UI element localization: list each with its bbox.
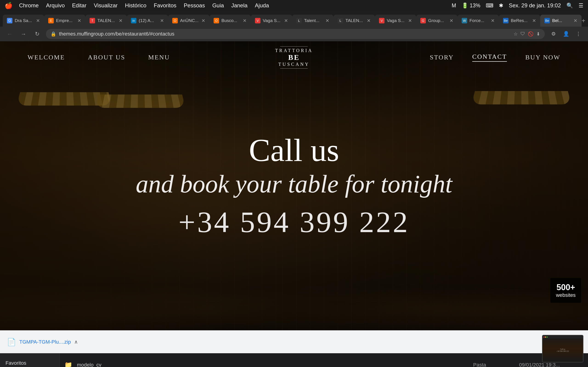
tab-close-icon[interactable]: ✕ <box>532 18 536 23</box>
menubar-pessoas[interactable]: Pessoas <box>184 2 205 9</box>
page-thumbnail[interactable]: Call us+34 594 399 222 <box>542 335 583 362</box>
menu-button[interactable]: ⋮ <box>573 29 583 39</box>
clock: Sex. 29 de jan. 19:02 <box>509 2 561 9</box>
battery-icon: 🔋 13% <box>462 2 480 9</box>
tab-favicon: Be <box>503 18 509 23</box>
menubar-arquivo[interactable]: Arquivo <box>46 2 65 9</box>
tab-talen2[interactable]: L TALEN... ✕ <box>334 15 375 27</box>
menubar-chrome[interactable]: Chrome <box>19 2 39 9</box>
extensions-button[interactable]: ⚙ <box>548 29 559 39</box>
nav-welcome[interactable]: WELCOME <box>27 54 65 61</box>
logo-be: BE <box>275 53 313 62</box>
tab-beres[interactable]: Be BeRes... ✕ <box>499 15 540 27</box>
tab-label: TALEN... <box>346 18 364 23</box>
logo-line-top <box>280 46 308 47</box>
menubar-items: Chrome Arquivo Editar Visualizar Históri… <box>19 2 269 9</box>
tab-vaga1[interactable]: V Vaga S... ✕ <box>251 15 292 27</box>
hero-phone[interactable]: +34 594 399 222 <box>29 205 559 239</box>
hero-content: Call us and book your table for tonight … <box>29 133 559 239</box>
tab-close-icon[interactable]: ✕ <box>36 18 40 23</box>
menubar-janela[interactable]: Janela <box>231 2 248 9</box>
tab-favicon: O <box>214 18 219 23</box>
tab-vaga2[interactable]: V Vaga S... ✕ <box>375 15 416 27</box>
tab-close-icon[interactable]: ✕ <box>367 18 371 23</box>
profile-button[interactable]: 👤 <box>561 29 571 39</box>
reload-button[interactable]: ↻ <box>32 29 42 39</box>
bluetooth-icon: ✱ <box>499 2 503 9</box>
tab-close-icon[interactable]: ✕ <box>491 18 495 23</box>
tab-close-icon[interactable]: ✕ <box>284 18 288 23</box>
browser-actions: ⚙ 👤 ⋮ <box>548 29 583 39</box>
nav-story[interactable]: STORY <box>430 54 454 61</box>
tab-force[interactable]: W Force... ✕ <box>458 15 499 27</box>
nav-menu[interactable]: MENU <box>148 54 170 61</box>
tab-linkedin[interactable]: in (12) A... ✕ <box>127 15 168 27</box>
thumb-dot-red <box>544 336 545 338</box>
tab-close-icon[interactable]: ✕ <box>450 18 453 23</box>
badge-label: websites <box>556 292 576 298</box>
thumb-dot-green <box>547 336 548 338</box>
tab-label: (12) A... <box>139 18 158 23</box>
tab-talent[interactable]: L Talent... ✕ <box>292 15 334 27</box>
tab-close-icon[interactable]: ✕ <box>408 18 412 23</box>
control-center-icon[interactable]: ☰ <box>579 2 583 9</box>
tab-favicon: W <box>462 18 467 23</box>
muon-icon: M <box>452 2 456 9</box>
download-chevron-icon[interactable]: ∧ <box>74 339 78 345</box>
badge-number: 500+ <box>556 283 576 292</box>
nav-buy-now[interactable]: BUY NOW <box>525 54 561 61</box>
tab-close-icon[interactable]: ✕ <box>160 18 164 23</box>
tab-group[interactable]: G Group... ✕ <box>416 15 458 27</box>
tab-drasa[interactable]: G Dra Sa... ✕ <box>3 15 44 27</box>
menubar-favoritos[interactable]: Favoritos <box>154 2 176 9</box>
address-bar[interactable]: 🔒 themes.muffingroup.com/be/restaurant6/… <box>46 29 545 39</box>
menubar-guia[interactable]: Guia <box>212 2 224 9</box>
address-icons: ☆ 🛡 🚫 ⬇ <box>514 31 540 37</box>
tab-close-icon[interactable]: ✕ <box>326 18 329 23</box>
download-item: 📄 TGMPA-TGM-Plu....zip ∧ <box>7 338 78 346</box>
adblocker-icon[interactable]: 🚫 <box>528 31 534 37</box>
wifi-icon: ⌨ <box>486 2 493 9</box>
download-icon[interactable]: ⬇ <box>536 31 540 37</box>
apple-menu[interactable]: 🍎 <box>5 2 13 9</box>
website-content: WELCOME ABOUT US MENU TRATTORIA BE TUSCA… <box>0 41 588 330</box>
menubar-historico[interactable]: Histórico <box>125 2 146 9</box>
tab-favicon: G <box>7 18 12 23</box>
file-sidebar-item[interactable]: Favoritos <box>0 358 60 367</box>
tab-close-icon[interactable]: ✕ <box>243 18 247 23</box>
badge-500[interactable]: 500+ websites <box>550 278 581 303</box>
tab-label: Vaga S... <box>387 18 406 23</box>
tab-close-icon[interactable]: ✕ <box>201 18 205 23</box>
back-button[interactable]: ← <box>5 29 15 39</box>
tab-busco[interactable]: O Buscо... ✕ <box>209 15 251 27</box>
site-logo[interactable]: TRATTORIA BE TUSCANY <box>275 46 313 69</box>
nav-contact[interactable]: CONTACT <box>472 53 507 62</box>
tab-label: Force... <box>469 18 489 23</box>
tab-anunc[interactable]: O AnÚNC... ✕ <box>168 15 209 27</box>
tab-close-icon[interactable]: ✕ <box>119 18 123 23</box>
thumbnail-content: Call us+34 594 399 222 <box>543 335 583 362</box>
tab-bel-active[interactable]: Be Bel... ✕ <box>540 15 582 27</box>
menubar-editar[interactable]: Editar <box>72 2 86 9</box>
download-filename[interactable]: TGMPA-TGM-Plu....zip <box>19 339 71 345</box>
menubar-ajuda[interactable]: Ajuda <box>255 2 269 9</box>
forward-button[interactable]: → <box>18 29 28 39</box>
menubar-right: M 🔋 13% ⌨ ✱ Sex. 29 de jan. 19:02 🔍 ☰ <box>452 2 583 9</box>
tab-empre[interactable]: E Empre... ✕ <box>44 15 86 27</box>
tab-favicon: V <box>255 18 260 23</box>
nav-about-us[interactable]: ABOUT US <box>88 54 125 61</box>
tab-favicon: E <box>48 18 54 23</box>
tab-label: BeRes... <box>511 18 530 23</box>
site-nav: WELCOME ABOUT US MENU TRATTORIA BE TUSCA… <box>0 41 588 73</box>
search-icon[interactable]: 🔍 <box>566 2 573 9</box>
folder-icon: 📁 <box>64 361 72 367</box>
tab-close-icon[interactable]: ✕ <box>78 18 81 23</box>
menubar-visualizar[interactable]: Visualizar <box>94 2 118 9</box>
tab-label: Empre... <box>56 18 75 23</box>
file-name[interactable]: modelo_cv <box>77 362 468 367</box>
tab-close-icon[interactable]: ✕ <box>573 18 578 23</box>
tab-talen1[interactable]: T TALEN... ✕ <box>86 15 127 27</box>
new-tab-button[interactable]: + <box>582 15 585 27</box>
bookmark-icon[interactable]: ☆ <box>514 31 518 37</box>
extension-icon[interactable]: 🛡 <box>520 31 525 37</box>
